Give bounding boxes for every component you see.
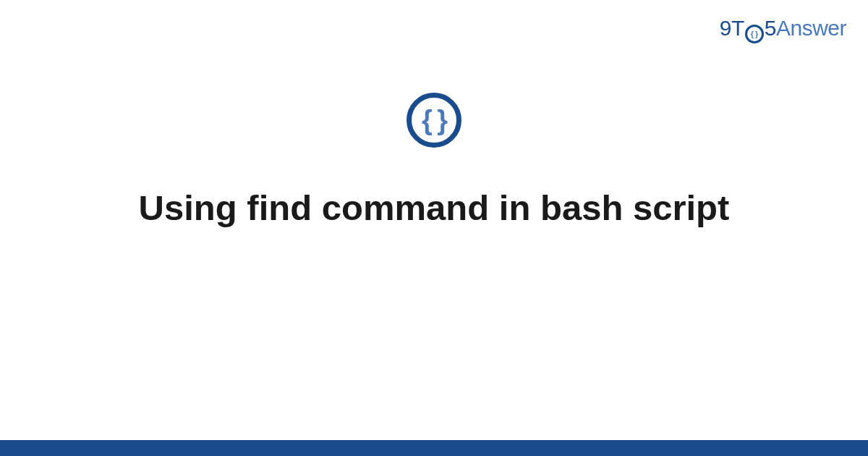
main-content: { } Using find command in bash script	[0, 93, 868, 230]
page-title: Using find command in bash script	[110, 185, 759, 230]
brand-logo: 9T{ }5Answer	[720, 16, 846, 42]
logo-nine: 9	[720, 16, 731, 40]
logo-five: 5	[765, 16, 776, 40]
logo-t: T	[731, 16, 744, 40]
footer-accent-bar	[0, 440, 868, 456]
code-braces-icon: { }	[407, 93, 461, 148]
logo-answer: Answer	[776, 16, 846, 40]
logo-circle-icon: { }	[744, 25, 765, 43]
